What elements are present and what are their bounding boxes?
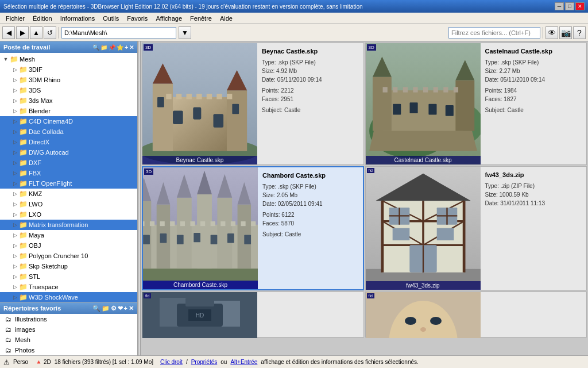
tree-item-fbx[interactable]: ▷ 📁 FBX <box>0 168 137 178</box>
expand-icon[interactable]: ▷ <box>11 76 18 83</box>
tree-item-blender[interactable]: ▷ 📁 Blender <box>0 106 137 116</box>
tree-container[interactable]: ▼ 📁 Mesh ▷ 📁 3DIF ▷ 📁 3DM Rhino ▷ 📁 <box>0 53 137 302</box>
tree-item-matrix[interactable]: ▷ 📁 Matrix transformation <box>0 220 137 230</box>
menu-affichage[interactable]: Affichage <box>152 14 185 23</box>
folder-new-icon[interactable]: 📁 <box>100 44 107 51</box>
tree-item-kmz[interactable]: ▷ 📁 KMZ <box>0 189 137 199</box>
tree-item-lwo[interactable]: ▷ 📁 LWO <box>0 199 137 209</box>
expand-icon[interactable]: ▷ <box>11 108 18 114</box>
expand-icon[interactable]: ▷ <box>11 149 18 156</box>
view-button[interactable]: 👁 <box>546 26 558 39</box>
file-subject: Subject: Castle <box>485 107 582 113</box>
file-card-partial2[interactable]: fld <box>365 292 587 338</box>
expand-icon[interactable]: ▷ <box>11 283 18 290</box>
fav-icon-heart[interactable]: ❤ <box>118 305 123 312</box>
tree-item-skp[interactable]: ▷ 📁 Skp Sketchup <box>0 261 137 271</box>
status-right-click[interactable]: Clic droit <box>160 359 183 365</box>
fav-item-images[interactable]: 🗂 images <box>0 324 137 335</box>
tree-item-flt[interactable]: ▷ 📁 FLT OpenFlight <box>0 178 137 189</box>
pin-icon[interactable]: 📌 <box>109 44 115 51</box>
back-button[interactable]: ◀ <box>2 26 15 39</box>
tree-item-dxf[interactable]: ▷ 📁 DXF <box>0 158 137 168</box>
status-alt-enter[interactable]: Alt+Entrée <box>230 359 257 365</box>
up-button[interactable]: ▲ <box>30 26 42 39</box>
expand-icon[interactable]: ▷ <box>11 66 18 73</box>
expand-icon[interactable]: ▷ <box>11 170 18 177</box>
file-card-partial1[interactable]: HD fld <box>142 292 364 338</box>
expand-icon[interactable]: ▷ <box>11 201 18 208</box>
expand-icon[interactable]: ▷ <box>11 139 18 145</box>
tree-item-dae[interactable]: ▷ 📁 Dae Collada <box>0 126 137 137</box>
path-dropdown[interactable]: ▼ <box>179 26 191 39</box>
file-type: Type: .zip (ZIP File) <box>485 182 582 190</box>
expand-icon[interactable]: ▷ <box>11 273 18 280</box>
tree-item-dwg[interactable]: ▷ 📁 DWG Autocad <box>0 147 137 158</box>
fav-icon-plus[interactable]: + <box>124 305 127 312</box>
expand-icon[interactable]: ▷ <box>11 221 18 228</box>
fav-item-photos[interactable]: 🗂 Photos <box>0 345 137 355</box>
svg-rect-45 <box>177 198 192 269</box>
tree-item-lxo[interactable]: ▷ 📁 LXO <box>0 209 137 220</box>
menu-aide[interactable]: Aide <box>216 14 236 23</box>
minimize-button[interactable]: ─ <box>555 2 564 10</box>
maximize-button[interactable]: □ <box>565 2 574 10</box>
star-icon[interactable]: ⭐ <box>117 44 123 51</box>
fav-icon-add[interactable]: 🔍 <box>92 305 100 312</box>
tree-item-maya[interactable]: ▷ 📁 Maya <box>0 230 137 240</box>
search-icon[interactable]: 🔍 <box>92 44 99 51</box>
refresh-button[interactable]: ↺ <box>44 26 56 39</box>
fav-item-mesh[interactable]: 🗂 Mesh <box>0 335 137 345</box>
tree-item-directx[interactable]: ▷ 📁 DirectX <box>0 137 137 147</box>
expand-icon[interactable]: ▷ <box>11 232 18 239</box>
status-properties[interactable]: Propriétés <box>191 359 218 365</box>
tree-item-truespace[interactable]: ▷ 📁 Truespace <box>0 282 137 292</box>
tree-item-3dsmax[interactable]: ▷ 📁 3ds Max <box>0 95 137 106</box>
tree-item-polygon[interactable]: ▷ 📁 Polygon Cruncher 10 <box>0 251 137 261</box>
expand-icon[interactable]: ▷ <box>11 242 18 249</box>
close-button[interactable]: ✕ <box>575 2 585 10</box>
expand-icon[interactable]: ▷ <box>11 87 18 94</box>
help-button[interactable]: ? <box>573 26 586 39</box>
tree-item-3dmrhino[interactable]: ▷ 📁 3DM Rhino <box>0 75 137 85</box>
fav-icon-folder[interactable]: 📁 <box>102 305 110 312</box>
file-card-chambord[interactable]: 3D Chambord Caste.skp Chambord Caste.skp… <box>142 166 364 290</box>
menu-informations[interactable]: Informations <box>57 14 99 23</box>
file-card-fw43[interactable]: fld fw43_3ds.zip fw43_3ds.zip Type: .zip… <box>365 166 587 290</box>
expand-icon[interactable]: ▷ <box>11 128 18 135</box>
tree-item-root[interactable]: ▼ 📁 Mesh <box>0 54 137 64</box>
tree-item-c4d[interactable]: ▷ 📁 C4D Cinema4D <box>0 116 137 126</box>
close-panel-icon[interactable]: ✕ <box>129 44 134 51</box>
plus-icon[interactable]: + <box>125 44 128 51</box>
filter-input[interactable] <box>448 27 540 39</box>
tree-item-3dif[interactable]: ▷ 📁 3DIF <box>0 64 137 75</box>
menu-outils[interactable]: Outils <box>99 14 122 23</box>
expand-icon[interactable]: ▷ <box>11 97 18 104</box>
menu-fenetre[interactable]: Fenêtre <box>187 14 215 23</box>
thumbnails-grid[interactable]: 3D Beynac Castle.skp Beynac Castle.skp T… <box>141 41 588 355</box>
tree-item-obj[interactable]: ▷ 📁 OBJ <box>0 240 137 251</box>
tree-item-stl[interactable]: ▷ 📁 STL <box>0 271 137 282</box>
expand-icon[interactable]: ▷ <box>11 159 18 166</box>
forward-button[interactable]: ▶ <box>16 26 29 39</box>
expand-icon[interactable]: ▷ <box>11 252 18 259</box>
menu-fichier[interactable]: Fichier <box>2 14 28 23</box>
file-card-castelnaud[interactable]: 3D Castelnaud Castle.skp Castelnaud Cast… <box>365 43 587 165</box>
expand-icon[interactable]: ▷ <box>11 180 18 187</box>
path-input[interactable]: D:\Manu\Mesh\ <box>61 27 176 39</box>
expand-icon[interactable]: ▷ <box>11 118 18 125</box>
tree-item-w3d[interactable]: ▷ 📁 W3D ShockWave <box>0 292 137 302</box>
camera-button[interactable]: 📷 <box>559 26 572 39</box>
expand-icon[interactable]: ▷ <box>11 211 18 218</box>
fav-item-illustrations[interactable]: 🗂 Illustrations <box>0 314 137 324</box>
fav-icon-settings[interactable]: ⚙ <box>111 305 117 312</box>
expand-icon[interactable]: ▷ <box>11 294 18 301</box>
menu-favoris[interactable]: Favoris <box>123 14 151 23</box>
expand-icon[interactable]: ▼ <box>2 56 9 63</box>
file-card-beynac[interactable]: 3D Beynac Castle.skp Beynac Castle.skp T… <box>142 43 364 165</box>
expand-icon[interactable]: ▷ <box>11 263 18 270</box>
svg-rect-55 <box>143 235 150 244</box>
menu-edition[interactable]: Édition <box>29 14 56 23</box>
tree-item-3ds[interactable]: ▷ 📁 3DS <box>0 85 137 95</box>
expand-icon[interactable]: ▷ <box>11 190 18 197</box>
fav-icon-close[interactable]: ✕ <box>129 305 134 312</box>
